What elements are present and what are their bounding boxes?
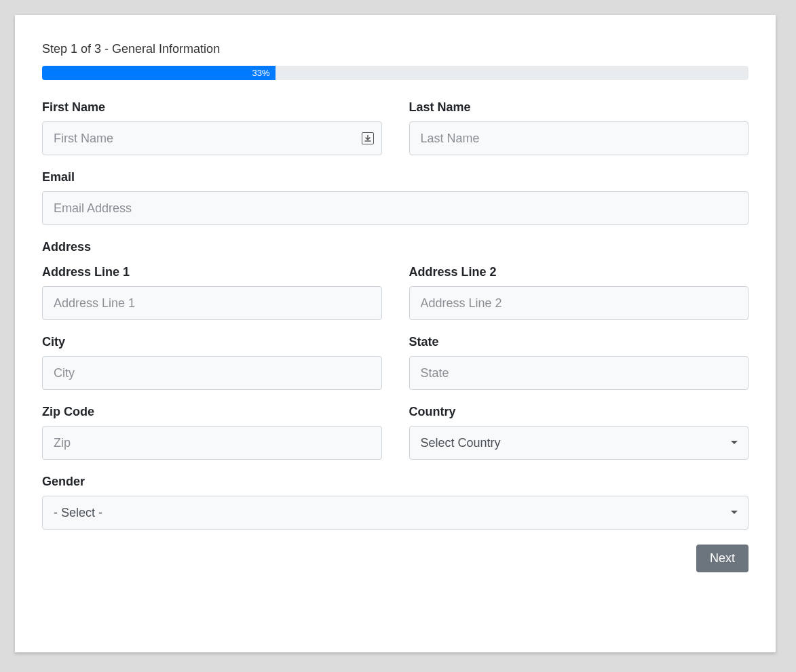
last-name-label: Last Name — [409, 100, 749, 115]
email-label: Email — [42, 170, 748, 184]
progress-bar: 33% — [42, 66, 276, 80]
first-name-label: First Name — [42, 100, 382, 115]
country-label: Country — [409, 405, 749, 419]
state-input[interactable] — [409, 356, 749, 390]
step-title: Step 1 of 3 - General Information — [42, 42, 748, 56]
first-name-input[interactable] — [42, 121, 382, 155]
form-card: Step 1 of 3 - General Information 33% Fi… — [15, 15, 776, 652]
address1-label: Address Line 1 — [42, 265, 382, 279]
city-input[interactable] — [42, 356, 382, 390]
address2-label: Address Line 2 — [409, 265, 749, 279]
address2-input[interactable] — [409, 286, 749, 320]
gender-label: Gender — [42, 475, 748, 489]
progress-track: 33% — [42, 66, 748, 80]
next-button[interactable]: Next — [696, 545, 748, 572]
gender-select[interactable]: - Select - — [42, 496, 748, 530]
city-label: City — [42, 335, 382, 349]
address-section-label: Address — [42, 240, 748, 254]
email-input[interactable] — [42, 191, 748, 225]
state-label: State — [409, 335, 749, 349]
address1-input[interactable] — [42, 286, 382, 320]
zip-label: Zip Code — [42, 405, 382, 419]
country-select[interactable]: Select Country — [409, 426, 749, 460]
progress-label: 33% — [252, 68, 269, 78]
last-name-input[interactable] — [409, 121, 749, 155]
zip-input[interactable] — [42, 426, 382, 460]
